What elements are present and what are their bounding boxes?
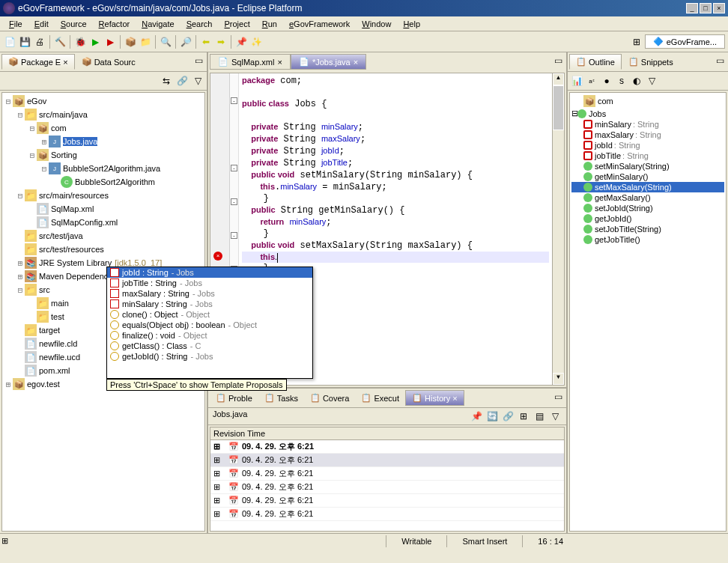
tree-label[interactable]: BubbleSort2Algorithm (75, 177, 155, 186)
outline-member[interactable]: maxSalary: String (571, 130, 724, 140)
view-menu-button[interactable]: ▽ (645, 74, 658, 88)
menu-help[interactable]: Help (397, 18, 426, 30)
fold-toggle[interactable]: - (231, 232, 237, 239)
tree-label[interactable]: src (39, 285, 50, 294)
tree-label[interactable]: pom.xml (39, 366, 70, 375)
mode-icon[interactable]: ▤ (533, 410, 546, 423)
menu-search[interactable]: Search (181, 18, 219, 30)
hide-nonpublic-button[interactable]: ◐ (630, 74, 643, 88)
scroll-down-button[interactable]: ▼ (553, 373, 564, 385)
fold-toggle[interactable]: - (231, 165, 237, 171)
tree-toggle[interactable]: ⊟ (16, 110, 25, 120)
view-menu-button[interactable]: ▽ (191, 74, 204, 88)
editor-tab[interactable]: 📄SqlMap.xml × (210, 54, 291, 70)
history-view[interactable]: Revision Time ⊞📅09. 4. 29. 오후 6:21⊞📅09. … (210, 427, 565, 532)
tree-toggle[interactable]: ⊟ (28, 124, 37, 133)
tree-label[interactable]: src/test/java (39, 231, 83, 240)
tree-label[interactable]: egov.test (27, 380, 60, 389)
tree-toggle[interactable]: ⊟ (16, 191, 25, 201)
autocomplete-item[interactable]: minSalary : String - Jobs (107, 299, 312, 309)
editor-tab[interactable]: 📄*Jobs.java × (291, 54, 366, 70)
tree-label[interactable]: JRE System Library (39, 258, 112, 267)
autocomplete-item[interactable]: finalize() : void - Object (107, 330, 312, 341)
run-ext-button[interactable]: ▶ (103, 35, 117, 49)
new-pkg-button[interactable]: 📁 (139, 35, 152, 49)
tree-label[interactable]: newfile.cld (39, 339, 77, 348)
tree-toggle[interactable]: ⊞ (16, 258, 25, 268)
history-row[interactable]: ⊞📅09. 4. 29. 오후 6:21 (210, 508, 564, 521)
outline-member[interactable]: setJobTitle(String) (571, 224, 724, 234)
tree-node[interactable]: 📁src/test/java (4, 229, 203, 243)
open-type-button[interactable]: 🔍 (159, 35, 172, 49)
minimize-view-button[interactable]: ▭ (192, 54, 205, 67)
view-tab-snippets[interactable]: 📋Snippets (622, 54, 680, 70)
tree-node[interactable]: ⊟📦com (4, 121, 203, 135)
minimize-button[interactable]: _ (686, 3, 698, 13)
tree-node[interactable]: ⊟JBubbleSort2Algorithm.java (4, 162, 203, 175)
link-editor-button[interactable]: 🔗 (175, 74, 189, 88)
hide-fields-button[interactable]: ● (600, 74, 613, 88)
sort-button[interactable]: 📊 (570, 74, 583, 88)
view-tab-package-e[interactable]: 📦Package E × (1, 54, 75, 70)
close-button[interactable]: × (713, 3, 725, 13)
tree-toggle[interactable]: ⊞ (40, 137, 49, 147)
tree-toggle[interactable]: ⊟ (4, 97, 13, 106)
outline-member[interactable]: jobTitle: String (571, 150, 724, 161)
history-row[interactable]: ⊞📅09. 4. 29. 오후 6:21 (210, 440, 564, 454)
tree-label[interactable]: com (51, 124, 67, 133)
outline-member[interactable]: getJobId() (571, 213, 724, 224)
autocomplete-item[interactable]: equals(Object obj) : boolean - Object (107, 320, 312, 330)
autocomplete-item[interactable]: jobId : String - Jobs (107, 267, 312, 278)
close-icon[interactable]: × (452, 394, 457, 403)
autocomplete-item[interactable]: getJobId() : String - Jobs (107, 351, 312, 362)
tree-label[interactable]: Sorting (51, 150, 77, 159)
menu-egovframework[interactable]: eGovFramework (283, 18, 356, 30)
history-row[interactable]: ⊞📅09. 4. 29. 오후 6:21 (210, 481, 564, 494)
close-icon[interactable]: × (277, 58, 282, 67)
fold-toggle[interactable]: - (231, 198, 237, 205)
history-row[interactable]: ⊞📅09. 4. 29. 오후 6:21 (210, 454, 564, 467)
perspective-button[interactable]: 🔷 eGovFrame... (645, 34, 725, 49)
editor-scrollbar[interactable]: ▲ ▼ (552, 73, 564, 385)
bottom-tab-covera[interactable]: 📋Covera (304, 390, 355, 406)
maximize-button[interactable]: □ (700, 3, 712, 13)
tree-label[interactable]: newfile.ucd (39, 353, 80, 362)
tree-toggle[interactable]: ⊟ (40, 164, 49, 174)
outline-member[interactable]: setMinSalary(String) (571, 161, 724, 171)
pin-icon[interactable]: 📌 (470, 410, 483, 423)
tree-node[interactable]: ⊞JJobs.java (4, 135, 203, 148)
tree-label[interactable]: src/main/java (39, 110, 88, 119)
tree-label[interactable]: src/main/resources (39, 191, 109, 200)
autocomplete-item[interactable]: jobTitle : String - Jobs (107, 278, 312, 288)
outline-member[interactable]: getJobTitle() (571, 234, 724, 245)
menu-source[interactable]: Source (55, 18, 93, 30)
tree-label[interactable]: SqlMapConfig.xml (51, 218, 118, 227)
back-button[interactable]: ⬅ (199, 35, 213, 49)
view-tab-outline[interactable]: 📋Outline (569, 54, 622, 70)
bottom-tab-tasks[interactable]: 📋Tasks (258, 390, 304, 406)
hide-static-button[interactable]: s (615, 74, 628, 88)
history-row[interactable]: ⊞📅09. 4. 29. 오후 6:21 (210, 494, 564, 508)
tree-node[interactable]: ⊟📁src/main/resources (4, 189, 203, 202)
autocomplete-item[interactable]: getClass() : Class - C (107, 341, 312, 351)
menu-edit[interactable]: Edit (28, 18, 55, 30)
tree-label[interactable]: src/test/resources (39, 245, 104, 254)
scroll-up-button[interactable]: ▲ (553, 73, 564, 85)
tree-node[interactable]: CBubbleSort2Algorithm (4, 175, 203, 189)
debug-button[interactable]: 🐞 (73, 35, 87, 49)
tree-toggle[interactable]: ⊟ (16, 285, 25, 295)
link-icon[interactable]: 🔗 (501, 410, 515, 423)
tree-label[interactable]: eGov (27, 97, 46, 106)
autocomplete-item[interactable]: maxSalary : String - Jobs (107, 288, 312, 299)
menu-run[interactable]: Run (256, 18, 283, 30)
tree-label[interactable]: target (39, 326, 60, 335)
view-tab-data-sourc[interactable]: 📦Data Sourc (75, 54, 142, 70)
perspective-open-button[interactable]: ⊞ (630, 35, 643, 49)
menu-icon[interactable]: ▽ (548, 410, 562, 423)
tree-node[interactable]: 📄SqlMapConfig.xml (4, 216, 203, 229)
tree-node[interactable]: ⊟📦eGov (4, 94, 203, 108)
search-button[interactable]: 🔎 (179, 35, 192, 49)
az-sort-button[interactable]: aᶻ (585, 74, 598, 88)
outline-package[interactable]: 📦com (571, 94, 724, 108)
tree-toggle[interactable]: ⊟ (28, 150, 37, 160)
